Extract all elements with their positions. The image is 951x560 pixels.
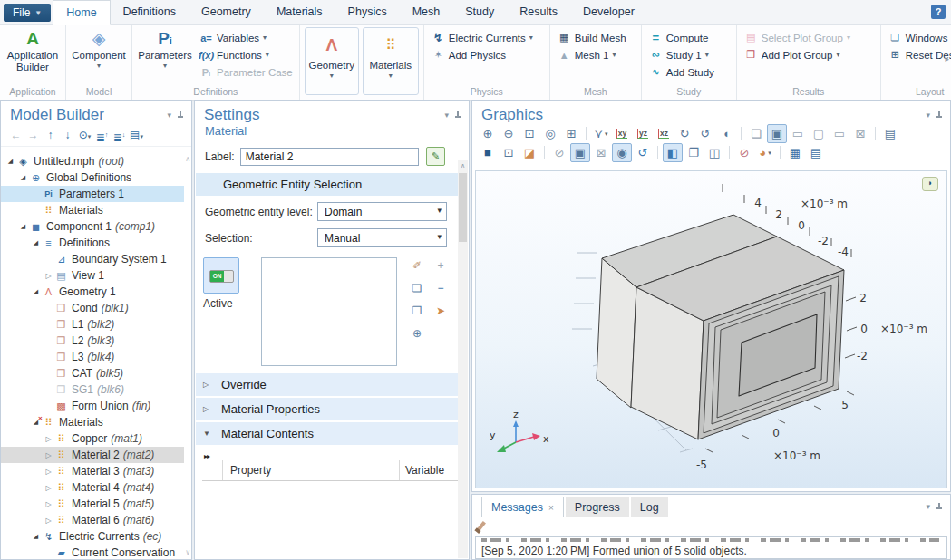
remove-from-selection-button[interactable]: − (437, 282, 443, 295)
ribbon-tab-home[interactable]: Home (53, 0, 110, 25)
windows-button[interactable]: ❏ Windows ▾ (888, 29, 951, 46)
add-to-selection-button[interactable]: + (437, 259, 443, 273)
collapse-all-button[interactable]: ≣↑ (94, 128, 110, 142)
tree-item-geometry-1[interactable]: ◢ΛGeometry 1 (1, 284, 184, 300)
select-box-button[interactable]: ⊡ (499, 143, 519, 162)
tree-item-current-conservation[interactable]: ▰Current Conservation (1, 545, 184, 559)
hide-geometry-button[interactable]: ⊠ (591, 143, 611, 162)
tree-item-global-definitions[interactable]: ◢⊕Global Definitions (1, 169, 184, 186)
render-solid-button[interactable]: ▣ (767, 124, 787, 143)
tree-item-view-1[interactable]: ▷▤View 1 (1, 267, 184, 284)
scroll-up-icon[interactable]: ∧ (458, 160, 468, 169)
go-to-default-3d-view-button[interactable]: ⋎▾ (591, 124, 611, 143)
sound-button[interactable]: ◧ (663, 143, 683, 162)
solid-union[interactable] (597, 215, 844, 439)
tree-item-materials[interactable]: ⠿Materials (1, 202, 184, 218)
rotate-counterclockwise-button[interactable]: ↺ (695, 124, 715, 143)
render-shaded-button[interactable]: ▭ (788, 124, 808, 143)
zoom-box-button[interactable]: ⊡ (519, 124, 539, 143)
nav-back-button[interactable]: ← (8, 128, 24, 142)
tree-item-material-3[interactable]: ▷⠿Material 3(mat3) (1, 463, 184, 479)
image-snapshot-button[interactable]: ▤ (880, 124, 900, 143)
expand-arrow[interactable]: ▷ (43, 517, 54, 525)
expand-arrow[interactable]: ◢ (30, 288, 42, 295)
ribbon-tab-study[interactable]: Study (452, 0, 507, 24)
expand-arrow[interactable]: ◢ (17, 174, 29, 181)
expand-arrow[interactable]: ▷ (43, 451, 54, 459)
nav-forward-button[interactable]: → (25, 128, 41, 142)
pin-icon[interactable] (454, 111, 461, 120)
model-tree-node-text-button[interactable]: ▤▾ (129, 128, 144, 142)
move-up-button[interactable]: ↑ (43, 128, 58, 142)
hide-material-color-button[interactable]: ⊘ (549, 143, 569, 162)
tree-item-form-union[interactable]: ▩Form Union(fin) (1, 398, 184, 414)
ribbon-tab-definitions[interactable]: Definitions (111, 0, 189, 24)
messages-tab-log[interactable]: Log (631, 497, 668, 517)
select-paint-button[interactable]: ◪ (519, 143, 539, 162)
scene-settings-button[interactable]: ■ (478, 143, 498, 162)
component-button[interactable]: ◈ Component ▾ (69, 27, 129, 70)
panel-menu-icon[interactable]: ▾ (926, 502, 930, 511)
tree-item-l3[interactable]: ❒L3(blk4) (1, 349, 184, 365)
ribbon-tab-results[interactable]: Results (507, 0, 570, 24)
functions-button[interactable]: f(x) Functions ▾ (199, 46, 293, 63)
expand-arrow[interactable]: ◢ (30, 239, 42, 246)
render-wireframe-button[interactable]: ▢ (809, 124, 829, 143)
reset-hiding-button[interactable]: ↺ (633, 143, 653, 162)
parameters-button[interactable]: Pi Parameters ▾ (135, 27, 195, 70)
camera-movie-button[interactable]: ◖ (716, 124, 736, 143)
messages-tab-progress[interactable]: Progress (566, 497, 629, 517)
panel-menu-icon[interactable]: ▾ (167, 111, 171, 120)
rotate-clockwise-button[interactable]: ↻ (674, 124, 694, 143)
help-button[interactable]: ? (931, 5, 946, 19)
expand-arrow[interactable]: ◢ (5, 158, 16, 165)
pick-selection-button[interactable]: ➤ (436, 304, 445, 318)
copy-graphics-button[interactable]: ❐ (684, 143, 704, 162)
expand-arrow[interactable]: ▷ (43, 468, 54, 476)
file-menu-button[interactable]: File ▼ (4, 4, 51, 22)
graphics-context-button[interactable]: ◗ (922, 177, 938, 191)
zoom-in-button[interactable]: ⊕ (478, 124, 498, 143)
view-xz-button[interactable]: xz (654, 124, 674, 143)
expand-arrow[interactable]: ◢ (30, 533, 42, 540)
study1-button[interactable]: ∾ Study 1 ▾ (648, 46, 714, 63)
expand-arrow[interactable]: ▷ (43, 272, 54, 280)
tree-item-cond[interactable]: ❒Cond(blk1) (1, 300, 184, 316)
section-override[interactable]: ▷ Override (196, 373, 468, 396)
ribbon-tab-developer[interactable]: Developer (570, 0, 647, 24)
ribbon-tab-mesh[interactable]: Mesh (400, 0, 453, 24)
mesh1-button[interactable]: ▲ Mesh 1 ▾ (557, 46, 626, 63)
print-button[interactable]: ▤ (806, 143, 826, 162)
ribbon-expand-icon[interactable]: ▸ (945, 54, 949, 63)
section-material-contents[interactable]: ▼ Material Contents (196, 422, 468, 445)
ribbon-tab-physics[interactable]: Physics (335, 0, 400, 24)
paste-selection-button[interactable]: ❐ (412, 304, 422, 318)
pin-icon[interactable] (936, 503, 943, 511)
variables-button[interactable]: a= Variables ▾ (199, 29, 293, 46)
view-yz-button[interactable]: yz (633, 124, 653, 143)
panel-menu-icon[interactable]: ▾ (444, 111, 449, 120)
zoom-selected-button[interactable]: ⊞ (561, 124, 581, 143)
add-physics-button[interactable]: ✶ Add Physics (431, 46, 533, 63)
tree-item-material-6[interactable]: ▷⠿Material 6(mat6) (1, 512, 184, 528)
tree-item-sg1[interactable]: ❒SG1(blk6) (1, 381, 184, 398)
color-theme-button[interactable]: ◕▾ (755, 143, 775, 162)
ribbon-tab-materials[interactable]: Materials (264, 0, 335, 24)
electric-currents-button[interactable]: ↯ Electric Currents ▾ (431, 29, 533, 46)
selection-list[interactable] (261, 257, 397, 366)
graphics-canvas[interactable]: ◗ (475, 170, 947, 488)
tree-item-copper[interactable]: ▷⠿Copper(mat1) (1, 430, 184, 447)
expand-arrow[interactable]: ◢ (17, 223, 29, 230)
thumbnail-off-button[interactable]: ⊘ (734, 143, 754, 162)
selection-select[interactable]: Manual (317, 228, 447, 247)
clear-messages-icon[interactable] (477, 521, 486, 531)
application-builder-button[interactable]: A Application Builder (3, 27, 63, 72)
reset-desktop-button[interactable]: ⊞ Reset Desktop (888, 46, 951, 63)
show-button[interactable]: ⊙▾ (77, 128, 92, 142)
parameter-case-button[interactable]: Pi Parameter Case (199, 63, 293, 81)
zoom-to-selection-button[interactable]: ⊕ (412, 327, 422, 341)
table-forward-icon[interactable]: ▸▸ (202, 450, 467, 460)
ribbon-tab-geometry[interactable]: Geometry (189, 0, 264, 24)
tree-item-material-5[interactable]: ▷⠿Material 5(mat5) (1, 496, 184, 512)
move-down-button[interactable]: ↓ (60, 128, 75, 142)
